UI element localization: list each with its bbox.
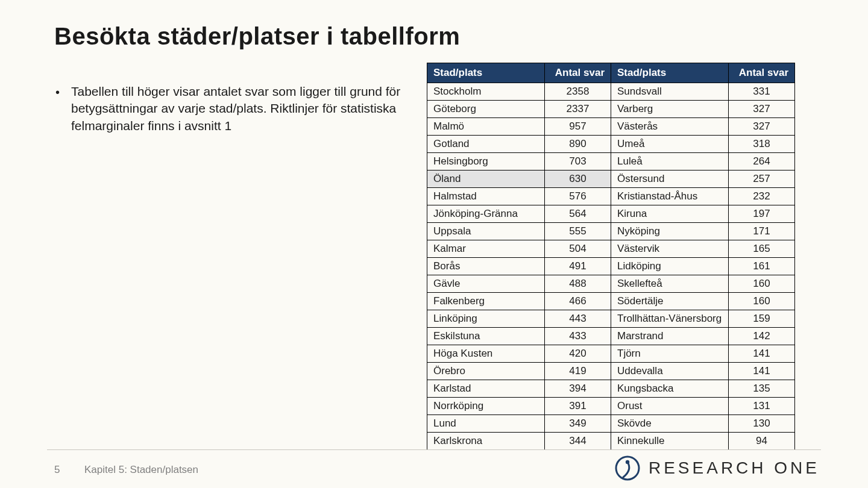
cell-value: 433 xyxy=(545,328,611,345)
cell-name: Lidköping xyxy=(611,258,729,275)
cell-name: Öland xyxy=(427,170,545,188)
cell-name: Karlstad xyxy=(427,380,545,398)
page-number: 5 xyxy=(54,464,60,476)
cell-name: Kristianstad-Åhus xyxy=(611,188,729,205)
bullet-text: Tabellen till höger visar antalet svar s… xyxy=(71,83,405,134)
cell-name: Eskilstuna xyxy=(427,328,545,345)
col-header-value-1: Antal svar xyxy=(545,63,611,83)
col-header-value-2: Antal svar xyxy=(729,63,795,83)
cell-name: Lund xyxy=(427,415,545,433)
table-row: Öland630Östersund257 xyxy=(427,170,795,188)
cell-name: Luleå xyxy=(611,153,729,170)
cell-value: 491 xyxy=(545,258,611,275)
table-header-row: Stad/plats Antal svar Stad/plats Antal s… xyxy=(427,63,795,83)
table-row: Jönköping-Gränna564Kiruna197 xyxy=(427,205,795,223)
cell-name: Karlskrona xyxy=(427,433,545,450)
cell-name: Umeå xyxy=(611,136,729,153)
table-row: Karlstad394Kungsbacka135 xyxy=(427,380,795,398)
cell-value: 94 xyxy=(729,433,795,450)
table-row: Uppsala555Nyköping171 xyxy=(427,223,795,240)
table-row: Malmö957Västerås327 xyxy=(427,118,795,136)
cell-name: Tjörn xyxy=(611,345,729,363)
cell-name: Örebro xyxy=(427,363,545,380)
cell-name: Södertälje xyxy=(611,293,729,310)
data-table-wrap: Stad/plats Antal svar Stad/plats Antal s… xyxy=(427,63,794,450)
cell-value: 344 xyxy=(545,433,611,450)
cell-name: Västerås xyxy=(611,118,729,136)
cell-name: Västervik xyxy=(611,240,729,258)
cell-name: Skövde xyxy=(611,415,729,433)
cell-value: 161 xyxy=(729,258,795,275)
cell-name: Gävle xyxy=(427,275,545,293)
cell-value: 264 xyxy=(729,153,795,170)
cell-value: 327 xyxy=(729,118,795,136)
table-row: Gotland890Umeå318 xyxy=(427,136,795,153)
slide: Besökta städer/platser i tabellform • Ta… xyxy=(0,0,868,488)
cell-value: 160 xyxy=(729,293,795,310)
table-row: Kalmar504Västervik165 xyxy=(427,240,795,258)
table-row: Örebro419Uddevalla141 xyxy=(427,363,795,380)
cell-name: Nyköping xyxy=(611,223,729,240)
cell-value: 2337 xyxy=(545,101,611,118)
cell-value: 232 xyxy=(729,188,795,205)
cell-name: Uddevalla xyxy=(611,363,729,380)
cell-value: 171 xyxy=(729,223,795,240)
cell-name: Linköping xyxy=(427,310,545,328)
table-row: Borås491Lidköping161 xyxy=(427,258,795,275)
table-row: Gävle488Skellefteå160 xyxy=(427,275,795,293)
table-row: Göteborg2337Varberg327 xyxy=(427,101,795,118)
cell-name: Borås xyxy=(427,258,545,275)
data-table: Stad/plats Antal svar Stad/plats Antal s… xyxy=(427,63,795,450)
table-row: Linköping443Trollhättan-Vänersborg159 xyxy=(427,310,795,328)
page-title: Besökta städer/platser i tabellform xyxy=(54,23,460,50)
cell-value: 890 xyxy=(545,136,611,153)
cell-value: 564 xyxy=(545,205,611,223)
cell-name: Skellefteå xyxy=(611,275,729,293)
col-header-name-2: Stad/plats xyxy=(611,63,729,83)
cell-value: 141 xyxy=(729,363,795,380)
cell-value: 331 xyxy=(729,83,795,101)
cell-value: 318 xyxy=(729,136,795,153)
cell-value: 488 xyxy=(545,275,611,293)
cell-value: 130 xyxy=(729,415,795,433)
cell-value: 257 xyxy=(729,170,795,188)
cell-name: Trollhättan-Vänersborg xyxy=(611,310,729,328)
table-row: Eskilstuna433Marstrand142 xyxy=(427,328,795,345)
cell-value: 2358 xyxy=(545,83,611,101)
logo-mark-icon xyxy=(615,455,640,481)
cell-name: Halmstad xyxy=(427,188,545,205)
cell-value: 141 xyxy=(729,345,795,363)
cell-value: 703 xyxy=(545,153,611,170)
cell-name: Marstrand xyxy=(611,328,729,345)
cell-value: 576 xyxy=(545,188,611,205)
cell-name: Sundsvall xyxy=(611,83,729,101)
cell-value: 466 xyxy=(545,293,611,310)
cell-name: Malmö xyxy=(427,118,545,136)
cell-value: 142 xyxy=(729,328,795,345)
cell-value: 197 xyxy=(729,205,795,223)
cell-name: Helsingborg xyxy=(427,153,545,170)
bullet-item: • Tabellen till höger visar antalet svar… xyxy=(55,83,405,134)
cell-value: 165 xyxy=(729,240,795,258)
table-row: Norrköping391Orust131 xyxy=(427,398,795,415)
table-row: Helsingborg703Luleå264 xyxy=(427,153,795,170)
cell-value: 957 xyxy=(545,118,611,136)
cell-name: Kalmar xyxy=(427,240,545,258)
cell-name: Orust xyxy=(611,398,729,415)
brand-logo: RESEARCH ONE xyxy=(615,455,820,481)
cell-value: 420 xyxy=(545,345,611,363)
cell-name: Kungsbacka xyxy=(611,380,729,398)
table-row: Karlskrona344Kinnekulle94 xyxy=(427,433,795,450)
chapter-label: Kapitel 5: Staden/platsen xyxy=(84,464,198,476)
cell-value: 504 xyxy=(545,240,611,258)
cell-value: 555 xyxy=(545,223,611,240)
cell-value: 135 xyxy=(729,380,795,398)
footer-divider xyxy=(47,449,821,450)
cell-name: Uppsala xyxy=(427,223,545,240)
cell-name: Falkenberg xyxy=(427,293,545,310)
cell-value: 630 xyxy=(545,170,611,188)
cell-name: Östersund xyxy=(611,170,729,188)
cell-value: 349 xyxy=(545,415,611,433)
cell-name: Höga Kusten xyxy=(427,345,545,363)
cell-value: 160 xyxy=(729,275,795,293)
